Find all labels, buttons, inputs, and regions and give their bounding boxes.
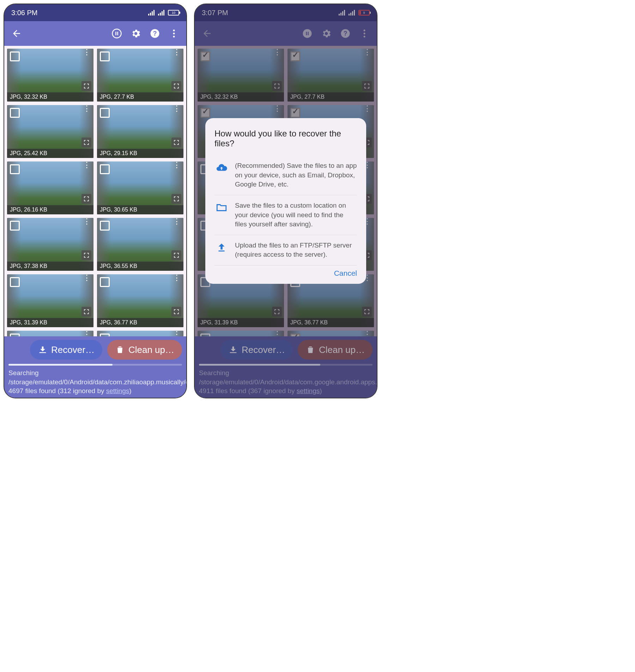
phone-left: 3:06 PM 10 ? JPG, 32.32 KBJPG, 27.7 KBJP… (4, 4, 187, 398)
dialog-title: How would you like to recover the files? (214, 129, 357, 148)
battery-icon: 10 (168, 10, 179, 16)
item-overflow-icon[interactable] (83, 164, 91, 166)
select-checkbox[interactable] (10, 51, 20, 61)
thumbnail-label: JPG, 31.39 KB (7, 318, 93, 327)
status-time: 3:06 PM (11, 9, 37, 17)
cleanup-label: Clean up… (128, 344, 174, 355)
fullscreen-icon[interactable] (81, 138, 91, 147)
thumbnail-label: JPG, 27.7 KB (97, 92, 183, 102)
select-checkbox[interactable] (10, 334, 20, 336)
settings-link[interactable]: settings (106, 387, 129, 395)
back-button[interactable] (7, 24, 26, 43)
thumbnail-item[interactable]: JPG, 30.65 KB (97, 161, 183, 214)
thumbnail-item[interactable]: JPG, 36.77 KB (97, 274, 183, 327)
option-save-app[interactable]: (Recommended) Save the files to an app o… (214, 155, 357, 195)
thumbnail-label: JPG, 32.32 KB (7, 92, 93, 102)
pause-button[interactable] (107, 24, 126, 43)
thumbnail-label: JPG, 26.16 KB (7, 205, 93, 214)
fullscreen-icon[interactable] (171, 250, 181, 260)
option-upload-ftp[interactable]: Upload the files to an FTP/SFTP server (… (214, 235, 357, 265)
fullscreen-icon[interactable] (171, 81, 181, 91)
fullscreen-icon[interactable] (171, 307, 181, 317)
cleanup-button[interactable]: Clean up… (107, 340, 182, 360)
overflow-button[interactable] (164, 24, 183, 43)
select-checkbox[interactable] (10, 277, 20, 287)
thumbnail-item[interactable]: JPG, 37.38 KB (7, 218, 93, 271)
option-save-folder[interactable]: Save the files to a custom location on y… (214, 195, 357, 235)
thumbnail-label: JPG, 37.38 KB (7, 262, 93, 271)
svg-point-6 (173, 33, 175, 35)
item-overflow-icon[interactable] (173, 51, 181, 54)
thumbnail-item[interactable]: JPG, 31.39 KB (7, 274, 93, 327)
item-overflow-icon[interactable] (83, 51, 91, 54)
fullscreen-icon[interactable] (81, 250, 91, 260)
item-overflow-icon[interactable] (83, 333, 91, 336)
item-overflow-icon[interactable] (83, 276, 91, 279)
select-checkbox[interactable] (100, 221, 110, 231)
option-text: Upload the files to an FTP/SFTP server (… (235, 241, 357, 259)
settings-button[interactable] (126, 24, 145, 43)
svg-point-0 (113, 29, 121, 38)
cloud-upload-icon (214, 161, 229, 174)
signal-icon (158, 10, 164, 16)
svg-rect-2 (117, 32, 118, 35)
status-text: Searching /storage/emulated/0/Android/da… (7, 368, 183, 396)
thumbnail-item[interactable]: JPG, 27.7 KB (97, 49, 183, 102)
option-text: Save the files to a custom location on y… (235, 201, 357, 229)
item-overflow-icon[interactable] (173, 333, 181, 336)
thumbnail-label: JPG, 25.42 KB (7, 149, 93, 158)
svg-point-7 (173, 36, 175, 37)
bottom-bar: Recover… Clean up… Searching /storage/em… (4, 336, 186, 398)
signal-icon (148, 10, 155, 16)
select-checkbox[interactable] (100, 277, 110, 287)
recover-dialog: How would you like to recover the files?… (205, 118, 366, 284)
fullscreen-icon[interactable] (81, 81, 91, 91)
cancel-button[interactable]: Cancel (334, 269, 357, 277)
thumbnail-label: JPG, 30.65 KB (97, 205, 183, 214)
fullscreen-icon[interactable] (171, 194, 181, 204)
download-icon (38, 345, 48, 355)
recover-label: Recover… (51, 344, 95, 355)
help-button[interactable]: ? (145, 24, 164, 43)
item-overflow-icon[interactable] (173, 220, 181, 223)
select-checkbox[interactable] (100, 108, 110, 118)
item-overflow-icon[interactable] (173, 164, 181, 166)
item-overflow-icon[interactable] (173, 107, 181, 110)
select-checkbox[interactable] (10, 221, 20, 231)
thumbnail-item[interactable] (97, 331, 183, 336)
svg-point-5 (173, 30, 175, 31)
thumbnail-label: JPG, 36.55 KB (97, 262, 183, 271)
select-checkbox[interactable] (100, 334, 110, 336)
select-checkbox[interactable] (100, 51, 110, 61)
option-text: (Recommended) Save the files to an app o… (235, 161, 357, 189)
fullscreen-icon[interactable] (171, 138, 181, 147)
thumbnail-item[interactable] (7, 331, 93, 336)
svg-rect-1 (115, 32, 116, 35)
select-checkbox[interactable] (10, 108, 20, 118)
item-overflow-icon[interactable] (173, 276, 181, 279)
upload-icon (214, 241, 229, 253)
status-icons: 10 (148, 10, 179, 16)
svg-text:?: ? (153, 30, 157, 37)
thumbnail-label: JPG, 29.15 KB (97, 149, 183, 158)
dialog-overlay[interactable]: How would you like to recover the files?… (195, 4, 377, 398)
recover-button[interactable]: Recover… (30, 340, 102, 360)
item-overflow-icon[interactable] (83, 220, 91, 223)
phone-right: 3:07 PM 9 ? JPG, 32.32 KBJPG, 27.7 KBJPG… (194, 4, 377, 398)
thumbnail-item[interactable]: JPG, 32.32 KB (7, 49, 93, 102)
status-bar: 3:06 PM 10 (4, 4, 186, 21)
thumbnail-item[interactable]: JPG, 36.55 KB (97, 218, 183, 271)
thumbnail-item[interactable]: JPG, 26.16 KB (7, 161, 93, 214)
thumbnail-grid[interactable]: JPG, 32.32 KBJPG, 27.7 KBJPG, 25.42 KBJP… (4, 46, 186, 336)
progress-bar (8, 364, 182, 366)
item-overflow-icon[interactable] (83, 107, 91, 110)
trash-icon (115, 345, 125, 355)
select-checkbox[interactable] (100, 164, 110, 174)
fullscreen-icon[interactable] (81, 307, 91, 317)
thumbnail-label: JPG, 36.77 KB (97, 318, 183, 327)
fullscreen-icon[interactable] (81, 194, 91, 204)
thumbnail-item[interactable]: JPG, 29.15 KB (97, 105, 183, 158)
toolbar: ? (4, 21, 186, 46)
select-checkbox[interactable] (10, 164, 20, 174)
thumbnail-item[interactable]: JPG, 25.42 KB (7, 105, 93, 158)
